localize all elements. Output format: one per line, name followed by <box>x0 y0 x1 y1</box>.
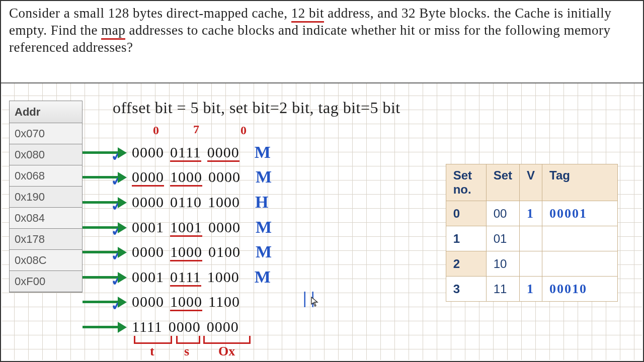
addr-cell: 0x178 <box>10 229 83 250</box>
check-icon: ✓ <box>110 171 124 190</box>
check-icon: ✓ <box>110 296 124 314</box>
binary-row: ✓ 000001110000 M <box>83 140 272 165</box>
binary-value: 000101111000 <box>132 268 246 286</box>
q-bit: 12 bit <box>291 6 324 23</box>
binary-value: 000010000000 <box>132 168 247 186</box>
hit-miss: M <box>256 167 272 187</box>
arrow-icon <box>83 319 129 334</box>
bracket-label-s: s <box>184 344 189 359</box>
q-segment: Consider a small 128 bytes direct-mapped… <box>9 6 291 21</box>
binary-value: 000110010000 <box>132 219 247 236</box>
page: Consider a small 128 bytes direct-mapped… <box>0 0 644 362</box>
addr-cell: 0x080 <box>10 144 83 165</box>
check-icon: ✓ <box>110 221 124 239</box>
cache-table: Set no. Set V Tag 0 00 1 00001 1 01 2 10 <box>446 164 618 302</box>
cache-row: 1 01 <box>446 226 617 251</box>
arrow-icon: ✓ <box>83 244 129 259</box>
bracket-offset <box>203 336 251 344</box>
hit-miss: M <box>256 218 272 237</box>
address-table: Addr 0x070 0x080 0x068 0x190 0x084 0x178… <box>9 101 83 292</box>
arrow-icon: ✓ <box>83 269 129 285</box>
addr-cell: 0x190 <box>10 187 83 208</box>
cache-header: Set <box>486 164 519 201</box>
arrow-icon: ✓ <box>83 195 129 210</box>
check-icon: ✓ <box>110 271 124 290</box>
binary-rows: ✓ 000001110000 M ✓ 000010000000 M ✓ 0000… <box>83 140 272 339</box>
arrow-icon: ✓ <box>83 145 129 160</box>
addr-cell: 0x068 <box>10 165 83 187</box>
cache-header: Set no. <box>446 164 486 201</box>
bracket-tag <box>134 336 172 344</box>
cache-row: 2 10 <box>446 251 617 277</box>
binary-row: ✓ 000101111000 M <box>83 264 272 290</box>
cache-row: 0 00 1 00001 <box>446 201 617 226</box>
cache-row: 3 11 1 00010 <box>446 277 617 302</box>
check-icon: ✓ <box>110 196 124 215</box>
hex-note: 0 <box>240 124 247 137</box>
binary-value: 000010000100 <box>132 243 247 260</box>
binary-row: ✓ 000010001100 <box>83 290 272 315</box>
bracket-set <box>176 336 200 344</box>
binary-row: ✓ 000010000100 M <box>83 239 272 264</box>
work-area: Addr 0x070 0x080 0x068 0x190 0x084 0x178… <box>2 83 642 360</box>
binary-row: ✓ 000110010000 M <box>83 215 272 240</box>
cache-header: Tag <box>542 164 618 201</box>
bitfield-summary: offset bit = 5 bit, set bit=2 bit, tag b… <box>113 99 400 117</box>
addr-cell: 0x08C <box>10 250 83 271</box>
addr-cell: 0x070 <box>10 123 83 144</box>
bracket-label-ox: Ox <box>218 344 235 359</box>
binary-row: ✓ 000010000000 M <box>83 165 272 190</box>
hit-miss: M <box>255 143 271 162</box>
binary-value: 000001101000 <box>132 194 246 211</box>
hit-miss: M <box>256 242 272 261</box>
cache-header: V <box>519 164 542 201</box>
question-text: Consider a small 128 bytes direct-mapped… <box>9 5 635 56</box>
hex-note: 0 <box>153 124 159 137</box>
bracket-label-t: t <box>150 344 154 359</box>
binary-value: 111100000000 <box>132 318 245 335</box>
arrow-icon: ✓ <box>83 220 129 235</box>
arrow-icon: ✓ <box>83 294 129 309</box>
binary-value: 000001110000 <box>132 144 246 161</box>
addr-cell: 0xF00 <box>10 271 83 292</box>
addr-cell: 0x084 <box>10 208 83 229</box>
arrow-icon: ✓ <box>83 169 129 185</box>
check-icon: ✓ <box>110 246 124 264</box>
cursor-icon <box>311 297 319 307</box>
binary-value: 000010001100 <box>132 293 246 310</box>
binary-row: ✓ 000001101000 H <box>83 190 272 215</box>
hex-note: 7 <box>193 123 199 136</box>
check-icon: ✓ <box>110 146 124 165</box>
addr-header: Addr <box>10 101 83 123</box>
q-map: map <box>101 23 125 40</box>
hit-miss: H <box>255 193 268 212</box>
hit-miss: M <box>255 267 271 287</box>
